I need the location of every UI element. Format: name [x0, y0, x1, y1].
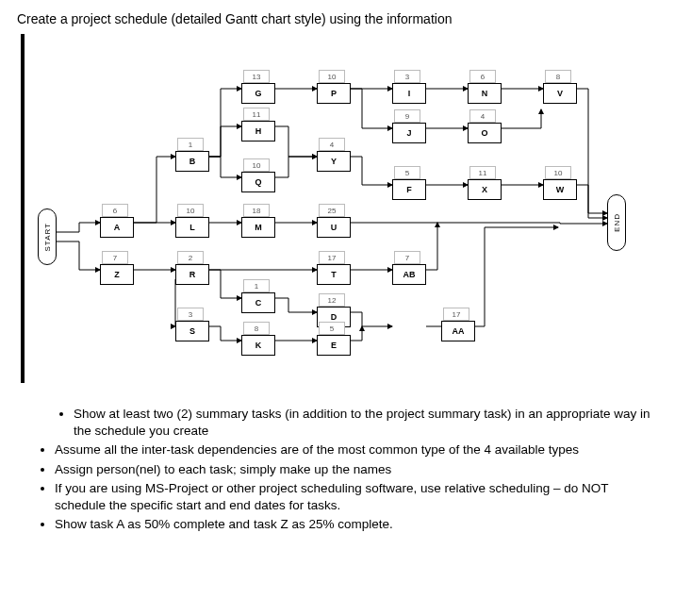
dur-O: 4 — [469, 109, 496, 123]
dur-T: 17 — [319, 251, 345, 264]
dur-P: 10 — [319, 70, 345, 83]
dur-J: 9 — [394, 109, 420, 123]
node-H: H — [241, 121, 275, 142]
dur-E: 5 — [319, 322, 345, 335]
node-V: V — [543, 83, 577, 104]
node-AA: AA — [441, 321, 475, 341]
node-U: U — [317, 217, 351, 238]
dur-B: 1 — [177, 138, 204, 151]
node-E: E — [317, 335, 351, 356]
node-Q: Q — [241, 172, 275, 192]
dur-N: 6 — [469, 70, 496, 83]
bullet-1-line1: Show at least two (2) summary tasks (in … — [74, 407, 650, 421]
node-AB: AB — [392, 264, 426, 285]
node-C: C — [241, 292, 275, 313]
dur-Y: 4 — [319, 138, 345, 151]
node-X: X — [468, 179, 502, 200]
dur-G: 13 — [243, 70, 270, 83]
node-T: T — [317, 264, 351, 285]
dur-AB: 7 — [394, 251, 420, 264]
dur-L: 10 — [177, 204, 204, 217]
figure-left-bar — [21, 34, 25, 383]
node-N: N — [468, 83, 502, 104]
dur-V: 8 — [545, 70, 571, 83]
node-O: O — [468, 123, 502, 143]
bullet-4-line2: schedule the specific start and end date… — [55, 498, 340, 512]
node-J: J — [392, 123, 426, 143]
bullet-2: Assume all the inter-task dependencies a… — [55, 441, 658, 458]
node-K: K — [241, 335, 275, 356]
node-F: F — [392, 179, 426, 200]
node-Y: Y — [317, 151, 351, 172]
bullet-1: Show at least two (2) summary tasks (in … — [74, 406, 658, 440]
node-I: I — [392, 83, 426, 104]
node-B: B — [175, 151, 209, 172]
dur-R: 2 — [177, 251, 204, 264]
node-R: R — [175, 264, 209, 285]
dur-D: 12 — [319, 293, 345, 307]
end-cap: END — [607, 194, 626, 251]
dur-H: 11 — [243, 108, 270, 121]
bullet-4-line1: If you are using MS-Project or other pro… — [55, 481, 609, 495]
dur-A: 6 — [102, 204, 128, 217]
node-W: W — [543, 179, 577, 200]
requirements-list: Show at least two (2) summary tasks (in … — [55, 406, 658, 534]
dur-W: 10 — [545, 166, 571, 179]
dur-AA: 17 — [443, 308, 469, 321]
node-G: G — [241, 83, 275, 104]
dur-Q: 10 — [243, 158, 270, 172]
node-L: L — [175, 217, 209, 238]
bullet-1-line2: the schedule you create — [74, 424, 208, 438]
dur-I: 3 — [394, 70, 420, 83]
node-M: M — [241, 217, 275, 238]
bullet-3: Assign person(nel) to each task; simply … — [55, 461, 658, 478]
end-label: END — [613, 213, 621, 232]
node-Z: Z — [100, 264, 134, 285]
dur-S: 3 — [177, 308, 204, 321]
figure-area: START END — [17, 34, 658, 383]
node-S: S — [175, 321, 209, 341]
dur-U: 25 — [319, 204, 345, 217]
node-P: P — [317, 83, 351, 104]
start-label: START — [43, 223, 52, 251]
node-A: A — [100, 217, 134, 238]
precedence-diagram: START END — [32, 34, 635, 383]
dur-F: 5 — [394, 166, 420, 179]
page-title: Create a project schedule (detailed Gant… — [17, 11, 658, 26]
start-cap: START — [38, 208, 57, 265]
dur-X: 11 — [469, 166, 496, 179]
dur-M: 18 — [243, 204, 270, 217]
bullet-4: If you are using MS-Project or other pro… — [55, 480, 658, 514]
bullet-5: Show task A as 50% complete and task Z a… — [55, 516, 658, 533]
dur-K: 8 — [243, 322, 270, 335]
dur-C: 1 — [243, 279, 270, 292]
dur-Z: 7 — [102, 251, 128, 264]
